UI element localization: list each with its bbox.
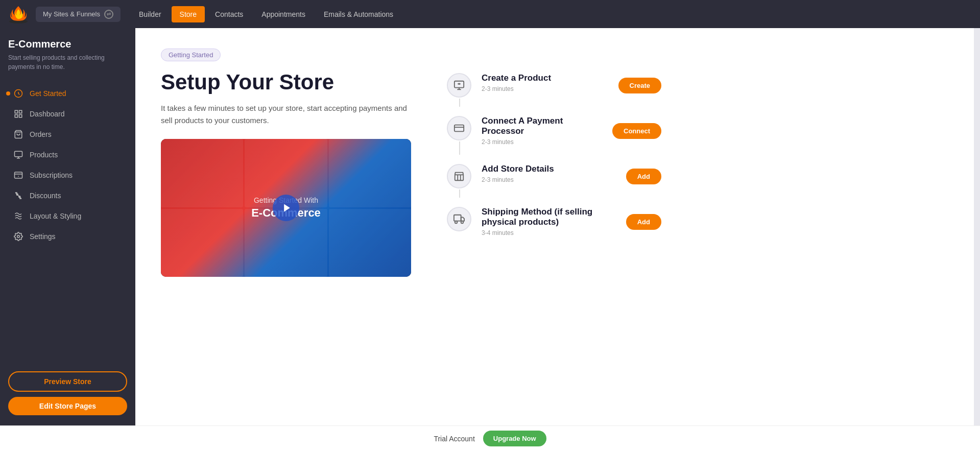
orders-icon: [13, 129, 23, 139]
grid-cell: [161, 209, 243, 277]
nav-builder[interactable]: Builder: [131, 6, 170, 22]
step-time-payment: 2-3 minutes: [482, 138, 602, 146]
grid-cell: [329, 209, 411, 277]
get-started-icon: [13, 88, 23, 99]
step-create-product: Create a Product 2-3 minutes Create: [447, 64, 661, 107]
bottom-bar: Trial Account Upgrade Now: [0, 425, 980, 451]
sidebar-label-subscriptions: Subscriptions: [30, 171, 73, 179]
step-payment-processor: Connect A Payment Processor 2-3 minutes …: [447, 107, 661, 155]
step-icon-shipping: [447, 207, 471, 231]
sidebar: E-Commerce Start selling products and co…: [0, 28, 135, 425]
grid-cell: [161, 139, 243, 207]
step-title-shipping: Shipping Method (if selling physical pro…: [482, 207, 616, 227]
svg-point-21: [455, 221, 458, 224]
svg-rect-3: [19, 110, 22, 113]
step-info-create: Create a Product 2-3 minutes: [482, 73, 608, 92]
my-sites-label: My Sites & Funnels: [43, 10, 100, 18]
getting-started-badge: Getting Started: [161, 49, 221, 61]
sidebar-label-settings: Settings: [30, 232, 56, 241]
step-title-payment: Connect A Payment Processor: [482, 116, 602, 136]
sidebar-label-products: Products: [30, 151, 58, 159]
sidebar-item-products[interactable]: Products: [8, 145, 127, 164]
grid-cell: [329, 139, 411, 207]
sidebar-label-orders: Orders: [30, 130, 52, 138]
svg-rect-18: [455, 125, 464, 132]
settings-icon: [13, 231, 23, 242]
preview-store-button[interactable]: Preview Store: [8, 371, 127, 392]
sidebar-actions: Preview Store Edit Store Pages: [8, 371, 127, 415]
left-column: Getting Started Setup Your Store It take…: [161, 49, 416, 405]
setup-description: It takes a few minutes to set up your st…: [161, 102, 416, 127]
play-button[interactable]: [273, 195, 299, 221]
nav-links: Builder Store Contacts Appointments Emai…: [131, 6, 401, 22]
sidebar-subtitle: Start selling products and collecting pa…: [8, 53, 127, 72]
logo-icon: [6, 4, 31, 25]
svg-point-14: [17, 235, 20, 238]
step-time-shipping: 3-4 minutes: [482, 229, 616, 236]
logo-area: [6, 4, 31, 25]
trial-account-label: Trial Account: [434, 435, 474, 443]
add-shipping-button[interactable]: Add: [626, 214, 661, 230]
svg-rect-4: [15, 115, 17, 117]
sidebar-item-get-started[interactable]: Get Started: [8, 84, 127, 103]
sidebar-label-dashboard: Dashboard: [30, 110, 65, 118]
sidebar-nav: Get Started Dashboard Orders: [8, 84, 127, 361]
create-product-button[interactable]: Create: [618, 78, 661, 93]
sidebar-label-discounts: Discounts: [30, 192, 61, 200]
sidebar-item-dashboard[interactable]: Dashboard: [8, 104, 127, 124]
svg-rect-2: [15, 110, 17, 113]
scrollbar-area: [974, 28, 980, 425]
getting-started-section: Getting Started Setup Your Store It take…: [135, 28, 974, 425]
sidebar-item-subscriptions[interactable]: Subscriptions: [8, 165, 127, 185]
products-icon: [13, 150, 23, 160]
active-indicator: [6, 91, 10, 96]
sidebar-item-settings[interactable]: Settings: [8, 227, 127, 246]
content-area: Getting Started Setup Your Store It take…: [135, 28, 974, 425]
svg-point-22: [461, 221, 464, 224]
step-time-store: 2-3 minutes: [482, 176, 616, 183]
nav-contacts[interactable]: Contacts: [207, 6, 251, 22]
connect-payment-button[interactable]: Connect: [612, 123, 661, 139]
top-navigation: My Sites & Funnels ⇄ Builder Store Conta…: [0, 0, 980, 28]
svg-rect-10: [15, 172, 22, 178]
step-icon-store: [447, 164, 471, 188]
step-title-create: Create a Product: [482, 73, 608, 83]
main-layout: E-Commerce Start selling products and co…: [0, 28, 980, 425]
add-store-details-button[interactable]: Add: [626, 169, 661, 184]
svg-rect-7: [15, 151, 22, 157]
sidebar-item-layout[interactable]: Layout & Styling: [8, 206, 127, 226]
step-icon-create: [447, 73, 471, 98]
svg-rect-20: [454, 215, 461, 221]
nav-appointments[interactable]: Appointments: [253, 6, 314, 22]
step-info-store: Add Store Details 2-3 minutes: [482, 164, 616, 183]
edit-store-pages-button[interactable]: Edit Store Pages: [8, 397, 127, 415]
upgrade-now-button[interactable]: Upgrade Now: [483, 431, 546, 446]
nav-emails[interactable]: Emails & Automations: [316, 6, 401, 22]
dashboard-icon: [13, 109, 23, 119]
layout-icon: [13, 211, 23, 221]
sidebar-label-layout: Layout & Styling: [30, 212, 81, 220]
my-sites-button[interactable]: My Sites & Funnels ⇄: [36, 7, 121, 22]
sidebar-item-discounts[interactable]: Discounts: [8, 186, 127, 205]
step-title-store: Add Store Details: [482, 164, 616, 174]
switch-icon: ⇄: [104, 10, 113, 19]
sidebar-item-orders[interactable]: Orders: [8, 125, 127, 144]
step-info-shipping: Shipping Method (if selling physical pro…: [482, 207, 616, 236]
nav-store[interactable]: Store: [172, 6, 205, 22]
sidebar-title: E-Commerce: [8, 38, 127, 50]
setup-title: Setup Your Store: [161, 70, 416, 94]
step-time-create: 2-3 minutes: [482, 85, 608, 92]
step-store-details: Add Store Details 2-3 minutes Add: [447, 155, 661, 198]
step-info-payment: Connect A Payment Processor 2-3 minutes: [482, 116, 602, 146]
step-shipping: Shipping Method (if selling physical pro…: [447, 198, 661, 246]
right-column: Create a Product 2-3 minutes Create Conn…: [447, 49, 661, 405]
step-icon-payment: [447, 116, 471, 140]
discounts-icon: [13, 191, 23, 201]
svg-rect-5: [19, 115, 22, 117]
sidebar-label-get-started: Get Started: [30, 89, 66, 98]
video-background: Getting Started With E-Commerce: [161, 139, 411, 277]
subscriptions-icon: [13, 170, 23, 180]
video-container: Getting Started With E-Commerce ▶ 0:17: [161, 139, 411, 277]
